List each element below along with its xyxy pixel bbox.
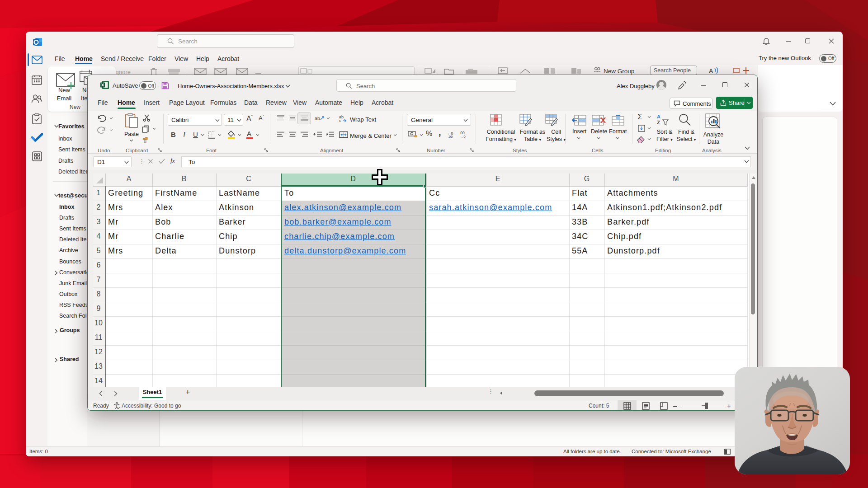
svg-text:A: A: [657, 114, 660, 119]
svg-text:c: c: [339, 118, 341, 122]
svg-text:→0: →0: [460, 135, 466, 138]
svg-text:Ignore: Ignore: [114, 69, 131, 75]
svg-text:A: A: [709, 67, 713, 75]
svg-text:ab: ab: [315, 116, 320, 121]
svg-text:.00: .00: [448, 135, 453, 138]
svg-text:New Group: New Group: [604, 68, 634, 75]
svg-text:Z: Z: [657, 120, 660, 125]
